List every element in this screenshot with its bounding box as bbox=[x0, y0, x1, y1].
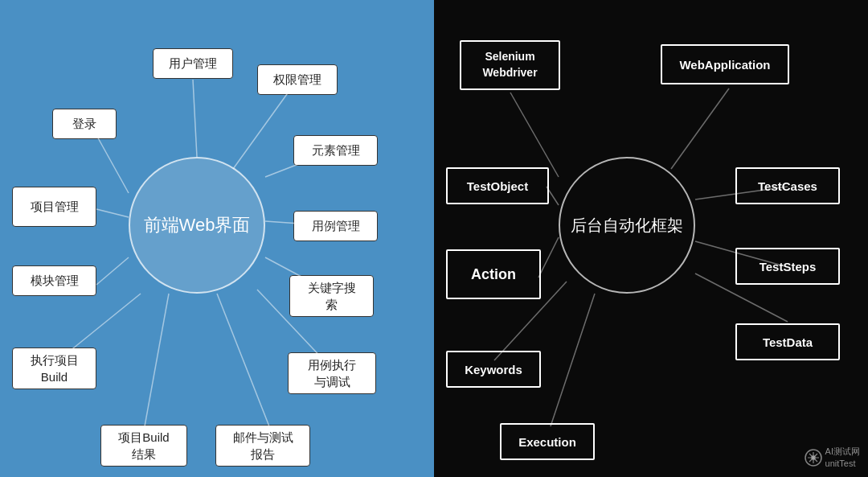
svg-line-2 bbox=[92, 128, 129, 193]
left-center-circle: 前端Web界面 bbox=[129, 157, 265, 294]
svg-line-11 bbox=[217, 294, 269, 426]
svg-line-12 bbox=[510, 93, 559, 177]
svg-line-20 bbox=[551, 294, 595, 426]
svg-line-10 bbox=[145, 294, 169, 426]
svg-line-17 bbox=[695, 241, 788, 267]
svg-line-13 bbox=[671, 88, 729, 169]
svg-line-3 bbox=[265, 152, 330, 177]
svg-line-8 bbox=[56, 294, 141, 362]
svg-line-9 bbox=[257, 290, 326, 362]
left-circle-label: 前端Web界面 bbox=[144, 213, 251, 237]
svg-line-19 bbox=[695, 273, 788, 322]
left-panel: 前端Web界面 用户管理 权限管理 登录 元素管理 项目管理 用例管理 模块管理… bbox=[0, 0, 434, 477]
svg-line-1 bbox=[233, 80, 297, 169]
svg-line-14 bbox=[547, 187, 559, 205]
svg-line-18 bbox=[494, 282, 567, 360]
svg-line-6 bbox=[96, 257, 129, 285]
svg-line-15 bbox=[695, 187, 788, 199]
svg-line-4 bbox=[96, 209, 129, 217]
right-panel: 后台自动化框架 SeleniumWebdriver WebApplication… bbox=[434, 0, 868, 477]
right-center-circle: 后台自动化框架 bbox=[559, 157, 695, 294]
svg-line-5 bbox=[265, 221, 370, 228]
right-circle-label: 后台自动化框架 bbox=[571, 215, 683, 236]
svg-line-16 bbox=[538, 237, 559, 278]
svg-line-7 bbox=[265, 257, 326, 290]
svg-line-0 bbox=[193, 80, 197, 157]
